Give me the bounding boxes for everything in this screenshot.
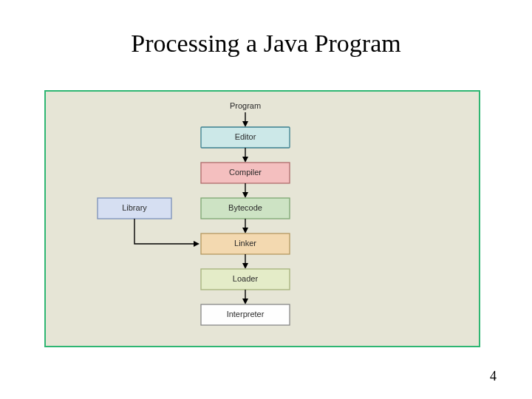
node-bytecode-label: Bytecode xyxy=(228,203,262,212)
arrow-library-linker xyxy=(134,219,198,244)
node-compiler-label: Compiler xyxy=(229,168,262,177)
node-linker-label: Linker xyxy=(234,239,256,248)
node-loader-label: Loader xyxy=(233,274,259,283)
diagram-panel: Program Editor Compiler Bytecode xyxy=(44,90,480,347)
node-interpreter-label: Interpreter xyxy=(227,310,265,318)
slide: Processing a Java Program Program Editor xyxy=(0,0,532,399)
node-program: Program xyxy=(230,101,261,110)
node-editor-label: Editor xyxy=(235,132,256,141)
flow-diagram: Program Editor Compiler Bytecode xyxy=(46,92,479,346)
node-library-label: Library xyxy=(122,203,147,212)
page-title: Processing a Java Program xyxy=(0,30,532,58)
page-number: 4 xyxy=(490,369,497,384)
